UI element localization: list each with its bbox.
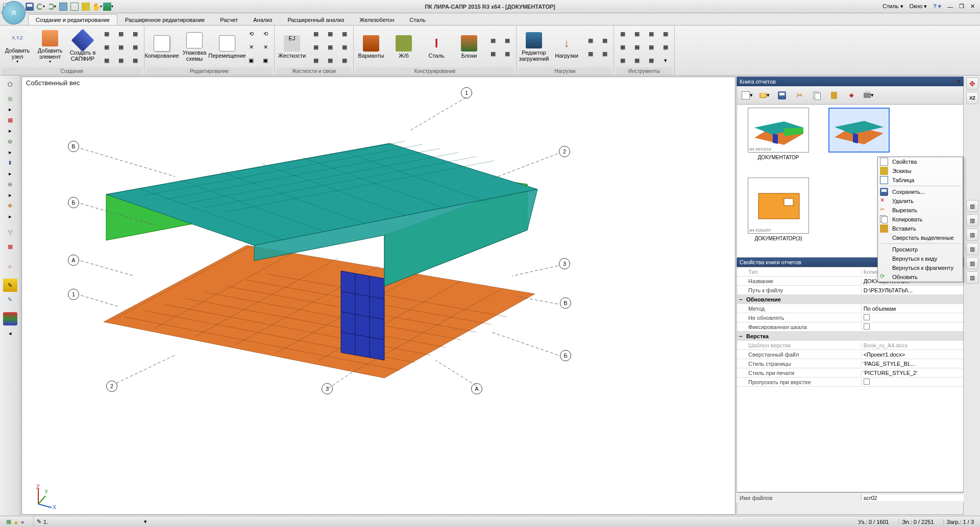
zoom-fit-button[interactable]: ✥ <box>3 199 17 212</box>
filter-button[interactable]: ▽ <box>3 225 17 239</box>
grid-btn-3[interactable]: ▦ <box>129 28 142 40</box>
tool-btn-4[interactable]: ▦ <box>659 28 672 40</box>
redo-button[interactable]: ▾ <box>47 2 57 12</box>
report-paste-button[interactable] <box>827 88 841 103</box>
cm-sketches[interactable]: Эскизы <box>878 166 963 175</box>
app-logo[interactable]: Л <box>2 1 26 24</box>
steel-button[interactable]: IСталь <box>421 27 452 67</box>
tool-btn-2[interactable]: ▦ <box>630 28 644 40</box>
prop-path[interactable]: Путь к файлуD:\РЕЗУЛЬТАТЫ\... <box>737 286 963 295</box>
loads-button[interactable]: ↓Нагрузки <box>551 27 582 67</box>
report-copy-button[interactable] <box>810 88 824 103</box>
concrete-button[interactable]: Ж/б <box>388 27 419 67</box>
zoom-fit-expand[interactable]: ▸ <box>7 213 13 219</box>
cm-paste[interactable]: Вставить <box>878 224 963 233</box>
report-delete-button[interactable]: ◆ <box>844 88 859 103</box>
cm-refresh[interactable]: ⟳Обновить <box>878 272 963 282</box>
tool-btn-6[interactable]: ▦ <box>630 41 644 53</box>
maximize-button[interactable]: ❐ <box>957 2 966 11</box>
grid-btn-2[interactable]: ▦ <box>114 28 128 40</box>
help-button[interactable]: ? ▾ <box>931 2 943 11</box>
back-button[interactable]: ◂ <box>3 327 17 340</box>
select-expand[interactable]: ▸ <box>7 128 13 134</box>
orbit-button[interactable]: ◎ <box>3 92 17 105</box>
stiffness-button[interactable]: EJЖесткости <box>277 27 307 67</box>
cm-return-view[interactable]: Вернуться к виду <box>878 254 963 263</box>
report-cut-button[interactable]: ✂ <box>792 88 806 103</box>
tool-btn-8[interactable]: ▦ <box>659 41 672 53</box>
con-btn-1[interactable]: ▦ <box>486 34 500 46</box>
prop-skip[interactable]: Пропускать при верстке <box>737 378 963 387</box>
stiff-btn-4[interactable]: ▦ <box>309 41 323 53</box>
tab-advanced-edit[interactable]: Расширенное редактирование <box>117 14 212 25</box>
thumb-1[interactable]: A4 297x210 ДОКУМЕНТАТОР <box>740 108 817 173</box>
window-dropdown[interactable]: Окно ▾ <box>908 2 929 11</box>
grid-btn-4[interactable]: ▦ <box>100 41 113 53</box>
stiff-btn-2[interactable]: ▦ <box>324 28 337 40</box>
prop-file[interactable]: Сверстанный файл<Проект1.docx> <box>737 350 963 359</box>
zoom-out-button[interactable]: ⊖ <box>3 135 17 148</box>
cm-delete[interactable]: ✕Удалить <box>878 196 963 206</box>
edit-btn-4[interactable]: ✕ <box>259 41 272 53</box>
load-btn-4[interactable]: ▦ <box>598 47 611 60</box>
status-chevron[interactable]: « <box>21 519 24 525</box>
grid-btn-8[interactable]: ▦ <box>114 54 128 66</box>
pan-expand[interactable]: ▸ <box>7 170 13 177</box>
load-btn-2[interactable]: ▦ <box>598 34 611 46</box>
zoom-in-button[interactable]: ⊖ <box>3 178 17 191</box>
undo-button[interactable]: ▾ <box>36 2 46 12</box>
orbit-expand[interactable]: ▸ <box>7 106 13 112</box>
save-button[interactable] <box>24 2 35 12</box>
qat-paint-button[interactable] <box>81 2 91 12</box>
load-btn-1[interactable]: ▦ <box>584 34 597 46</box>
cm-cut[interactable]: ✂Вырезать <box>878 206 963 215</box>
con-btn-3[interactable]: ▦ <box>486 47 500 60</box>
grid-btn-5[interactable]: ▦ <box>114 41 128 53</box>
con-btn-2[interactable]: ▦ <box>501 34 514 46</box>
paint-tool-button[interactable]: ✎ <box>3 279 17 292</box>
cm-view[interactable]: Просмотр <box>878 245 963 254</box>
pack-scheme-button[interactable]: Упаковка схемы <box>179 27 210 67</box>
prop-pagestyle[interactable]: Стиль страницы'PAGE_STYLE_BL... <box>737 359 963 368</box>
tool-btn-11[interactable]: ▦ <box>645 54 658 66</box>
stiff-btn-7[interactable]: ▦ <box>309 54 323 66</box>
layer-1-button[interactable]: ▥ <box>966 200 978 212</box>
add-node-button[interactable]: X,Y,ZДобавить узел▾ <box>2 27 33 67</box>
layer-4-button[interactable]: ▥ <box>966 243 978 255</box>
status-loadcase[interactable]: ✎ 1. ▾ <box>33 516 150 527</box>
flag-button[interactable]: ▦ <box>3 240 17 253</box>
reports-panel-close[interactable]: ✕ <box>956 78 961 85</box>
axes-button[interactable]: ✥ <box>966 78 978 90</box>
loadcase-editor-button[interactable]: Редактор загружений <box>519 27 549 67</box>
thumb-3[interactable]: A4 210x297 ДОКУМЕНТАТОР(3) <box>740 178 817 255</box>
stiff-btn-8[interactable]: ▦ <box>324 54 337 66</box>
report-save-button[interactable] <box>775 88 789 103</box>
report-print-button[interactable]: ▾ <box>862 88 876 103</box>
view-button[interactable] <box>3 312 17 325</box>
tool-btn-5[interactable]: ▦ <box>616 41 629 53</box>
status-select-icon[interactable]: ▦ <box>6 518 11 525</box>
prop-cat-layout[interactable]: Верстка <box>737 332 963 341</box>
select-poly-button[interactable]: ⬠ <box>3 78 17 91</box>
qat-chart-button[interactable]: ▾ <box>103 2 113 12</box>
prop-printstyle[interactable]: Стиль при печати'PICTURE_STYLE_2' <box>737 368 963 378</box>
tool-btn-3[interactable]: ▦ <box>645 28 658 40</box>
edit-btn-6[interactable]: ▣ <box>259 54 272 66</box>
load-btn-3[interactable]: ▦ <box>584 47 597 60</box>
skip-checkbox[interactable] <box>864 379 870 385</box>
qat-highlight-button[interactable]: ✋▾ <box>92 2 102 12</box>
cm-properties[interactable]: Свойства <box>878 157 963 166</box>
layer-3-button[interactable]: ▥ <box>966 229 978 241</box>
close-button[interactable]: ✕ <box>968 2 977 11</box>
tab-steel[interactable]: Сталь <box>402 14 433 25</box>
grid-btn-6[interactable]: ▦ <box>129 41 142 53</box>
tool-btn-10[interactable]: ▦ <box>630 54 644 66</box>
variants-button[interactable]: Варианты <box>356 27 386 67</box>
grid-btn-9[interactable]: ▦ <box>129 54 142 66</box>
cm-compose-selected[interactable]: Сверстать выделенные <box>878 233 963 242</box>
cm-table[interactable]: Таблица <box>878 175 963 185</box>
edit-btn-5[interactable]: ▣ <box>244 54 258 66</box>
add-element-button[interactable]: Добавить элемент▾ <box>35 27 65 67</box>
stiff-btn-5[interactable]: ▦ <box>324 41 337 53</box>
prop-noupdate[interactable]: Не обновлять <box>737 313 963 322</box>
